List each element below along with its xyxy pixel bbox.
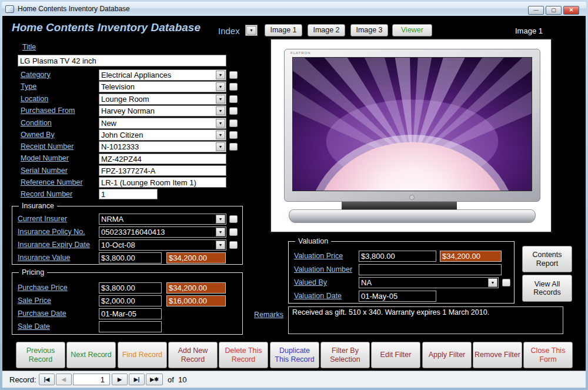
last-record-icon[interactable]: ▶| [129,374,145,385]
location-aux-button[interactable] [229,95,238,103]
title-input[interactable] [18,55,226,66]
remarks-box[interactable]: Received as gift. 510 x 340. Warranty ex… [288,306,563,334]
next-record-icon[interactable]: ▶ [112,374,128,385]
chevron-down-icon[interactable]: ▼ [216,71,225,79]
chevron-down-icon[interactable]: ▼ [216,142,225,151]
chevron-down-icon[interactable]: ▼ [216,131,225,139]
current-record-input[interactable] [73,374,110,385]
purchase-date-input[interactable] [99,308,162,319]
valuation-date-input[interactable] [359,291,436,302]
chevron-down-icon[interactable]: ▼ [216,241,225,249]
valued-by-label: Valued By [294,278,327,286]
current-insurer-aux-button[interactable] [229,215,238,223]
receipt-number-aux-button[interactable] [229,143,238,151]
insurance-value-total-input[interactable] [166,252,226,264]
duplicate-this-record-button[interactable]: Duplicate This Record [270,342,319,368]
record-count: of 10 [168,375,187,384]
valuation-price-total-input[interactable] [440,251,502,262]
type-value: Television [99,82,215,92]
delete-this-record-button[interactable]: Delete This Record [219,342,268,368]
category-combo[interactable]: Electrical Appliances ▼ [99,69,226,81]
view-all-records-button[interactable]: View All Records [522,275,572,302]
condition-combo[interactable]: New ▼ [99,118,226,129]
image-3-button[interactable]: Image 3 [350,24,388,36]
purchase-price-input[interactable] [99,282,162,294]
contents-report-button[interactable]: Contents Report [522,246,572,272]
insurance-value-input[interactable] [99,252,162,264]
type-aux-button[interactable] [229,83,238,91]
serial-number-input[interactable] [99,165,226,176]
edit-filter-button[interactable]: Edit Filter [371,342,420,368]
purchase-price-total-input[interactable] [166,282,226,294]
minimize-button[interactable]: — [528,6,544,15]
maximize-button[interactable]: ▢ [546,6,562,15]
viewer-button[interactable]: Viewer [392,24,432,36]
valued-by-value: NA [359,278,487,288]
type-combo[interactable]: Television ▼ [99,81,226,92]
receipt-number-combo[interactable]: N-1012333 ▼ [99,141,226,152]
previous-record-icon[interactable]: ◀ [56,374,72,385]
purchased-from-aux-button[interactable] [229,107,238,115]
location-combo[interactable]: Lounge Room ▼ [99,94,226,105]
valuation-number-input[interactable] [359,264,502,275]
model-number-input[interactable] [99,154,226,164]
owned-by-value: John Citizen [99,130,215,140]
window-title: Home Contents Inventory Database [18,5,130,13]
category-value: Electrical Appliances [99,70,215,80]
chevron-down-icon[interactable]: ▼ [216,106,225,115]
valued-by-aux-button[interactable] [502,279,510,286]
lg-logo-icon [409,195,415,200]
find-record-button[interactable]: Find Record [118,342,167,368]
condition-aux-button[interactable] [229,119,238,127]
chevron-down-icon[interactable]: ▼ [488,278,497,287]
index-label: Index [218,26,240,36]
owned-by-combo[interactable]: John Citizen ▼ [99,129,226,141]
apply-filter-button[interactable]: Apply Filter [422,342,472,368]
filter-by-selection-button[interactable]: Filter By Selection [320,342,370,368]
category-aux-button[interactable] [229,71,238,79]
insurance-policy-combo[interactable]: 050233716040413 ▼ [99,226,226,238]
image-caption: Image 1 [515,26,543,35]
remove-filter-button[interactable]: Remove Filter [473,342,522,368]
insurance-expiry-aux-button[interactable] [229,241,238,249]
reference-number-input[interactable] [99,177,226,188]
sale-date-input[interactable] [99,321,162,332]
valued-by-combo[interactable]: NA ▼ [359,277,499,288]
valuation-date-label: Valuation Date [294,292,342,300]
pricing-legend: Pricing [19,268,47,276]
close-button[interactable]: ✕ [563,6,579,15]
chevron-down-icon[interactable]: ▼ [216,95,225,104]
valuation-price-input[interactable] [359,251,436,262]
record-number-input[interactable] [99,189,158,199]
owned-by-label: Owned By [21,131,55,139]
chevron-down-icon[interactable]: ▼ [216,119,225,128]
index-dropdown[interactable]: ▼ [245,25,258,36]
purchased-from-combo[interactable]: Harvey Norman ▼ [99,105,226,116]
category-label: Category [21,71,51,79]
insurance-expiry-combo[interactable]: 10-Oct-08 ▼ [99,239,226,251]
current-insurer-combo[interactable]: NRMA ▼ [99,214,226,225]
chevron-down-icon: ▼ [246,26,256,35]
image-1-button[interactable]: Image 1 [265,24,302,36]
owned-by-aux-button[interactable] [229,131,238,139]
first-record-icon[interactable]: |◀ [39,374,55,385]
image-2-button[interactable]: Image 2 [308,24,345,36]
next-record-button[interactable]: Next Record [66,342,116,368]
add-new-record-button[interactable]: Add New Record [168,342,218,368]
insurance-policy-aux-button[interactable] [229,228,238,236]
sale-price-total-input[interactable] [166,295,226,306]
location-label: Location [21,95,48,103]
new-record-icon[interactable]: ▶✱ [146,374,163,385]
page-title: Home Contents Inventory Database [12,21,201,34]
window-titlebar: Home Contents Inventory Database — ▢ ✕ [2,2,586,16]
chevron-down-icon[interactable]: ▼ [216,82,225,91]
tv-brand-text: FLATRON [290,51,311,55]
close-this-form-button[interactable]: Close This Form [523,342,573,368]
valuation-price-label: Valuation Price [294,252,343,260]
chevron-down-icon[interactable]: ▼ [216,215,225,224]
insurance-policy-value: 050233716040413 [99,227,215,237]
sale-price-input[interactable] [99,295,162,306]
insurance-expiry-label: Insurance Expiry Date [18,241,90,249]
chevron-down-icon[interactable]: ▼ [216,228,225,236]
previous-record-button[interactable]: Previous Record [16,342,65,368]
